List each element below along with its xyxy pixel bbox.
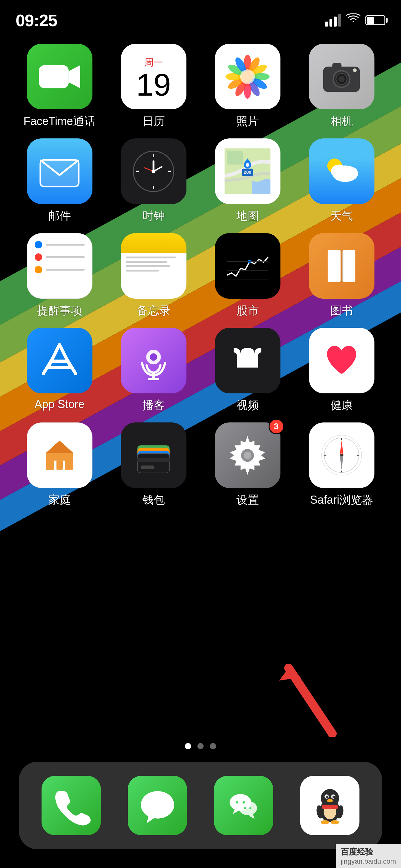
- dock-qq[interactable]: [300, 776, 360, 835]
- stocks-icon: [215, 233, 280, 299]
- photos-icon: [215, 44, 280, 110]
- svg-rect-73: [140, 465, 154, 469]
- app-facetime[interactable]: FaceTime通话: [12, 44, 106, 129]
- svg-marker-8: [69, 65, 80, 88]
- watermark-line2: jingyan.baidu.com: [341, 857, 396, 866]
- app-photos[interactable]: 照片: [201, 44, 295, 129]
- dock-wechat-icon: [214, 776, 273, 835]
- safari-label: Safari浏览器: [310, 492, 373, 508]
- podcasts-label: 播客: [142, 398, 165, 413]
- wallet-icon: [121, 423, 187, 488]
- facetime-label: FaceTime通话: [24, 114, 96, 129]
- app-appstore[interactable]: App Store: [12, 328, 106, 413]
- page-dot-2[interactable]: [197, 743, 204, 749]
- svg-rect-71: [137, 453, 170, 473]
- calendar-day: 19: [136, 69, 171, 100]
- status-bar: 09:25: [0, 0, 401, 31]
- app-settings[interactable]: 3 设置: [201, 423, 295, 508]
- wallet-label: 钱包: [142, 492, 165, 508]
- watermark: 百度经验 jingyan.baidu.com: [336, 844, 401, 868]
- photos-label: 照片: [236, 114, 259, 129]
- svg-rect-55: [328, 250, 340, 282]
- dock-wechat[interactable]: [214, 776, 273, 835]
- maps-icon: 280: [215, 138, 280, 204]
- dock-messages[interactable]: [128, 776, 187, 835]
- facetime-icon: [27, 44, 93, 110]
- app-safari[interactable]: Safari浏览器: [295, 423, 389, 508]
- notes-label: 备忘录: [137, 303, 170, 318]
- calendar-icon: 周一 19: [121, 44, 187, 110]
- svg-point-91: [236, 801, 238, 803]
- app-wallet[interactable]: 钱包: [106, 423, 201, 508]
- svg-rect-72: [137, 458, 170, 462]
- app-clock[interactable]: 时钟: [106, 138, 201, 224]
- mail-icon: [27, 138, 93, 204]
- red-arrow: [270, 649, 338, 737]
- app-health[interactable]: 健康: [295, 328, 389, 413]
- svg-point-49: [344, 166, 358, 178]
- svg-point-86: [340, 454, 343, 457]
- calendar-label: 日历: [142, 114, 165, 129]
- reminders-label: 提醒事项: [37, 303, 82, 318]
- tv-label: 视频: [236, 398, 259, 413]
- svg-rect-27: [332, 63, 341, 68]
- dock-phone[interactable]: [41, 776, 101, 835]
- notes-icon: [121, 233, 187, 299]
- svg-rect-57: [342, 250, 343, 282]
- mail-label: 邮件: [48, 208, 71, 224]
- svg-text:280: 280: [244, 169, 252, 174]
- svg-point-100: [326, 796, 328, 798]
- app-weather[interactable]: 天气: [295, 138, 389, 224]
- app-calendar[interactable]: 周一 19 日历: [106, 44, 201, 129]
- app-podcasts[interactable]: 播客: [106, 328, 201, 413]
- status-time: 09:25: [15, 11, 57, 30]
- settings-badge: 3: [269, 419, 284, 434]
- svg-rect-42: [227, 151, 243, 164]
- safari-icon: [309, 423, 374, 488]
- svg-rect-7: [39, 65, 69, 88]
- app-notes[interactable]: 备忘录: [106, 233, 201, 318]
- svg-point-94: [249, 807, 252, 809]
- dock-messages-icon: [128, 776, 187, 835]
- svg-point-77: [244, 452, 252, 459]
- svg-point-102: [327, 799, 333, 802]
- svg-point-93: [244, 807, 246, 809]
- app-maps[interactable]: 280 地图: [201, 138, 295, 224]
- dock: [19, 762, 382, 849]
- dock-phone-icon: [41, 776, 101, 835]
- svg-point-101: [332, 796, 335, 798]
- app-tv[interactable]: tv 视频: [201, 328, 295, 413]
- weather-label: 天气: [330, 208, 353, 224]
- page-dot-1[interactable]: [185, 743, 191, 749]
- appstore-label: App Store: [34, 398, 84, 411]
- svg-point-105: [331, 820, 339, 824]
- app-camera[interactable]: 相机: [295, 44, 389, 129]
- svg-point-90: [239, 801, 257, 815]
- home-icon: [27, 423, 93, 488]
- svg-rect-103: [321, 805, 338, 809]
- clock-icon: [121, 138, 187, 204]
- wifi-icon: [346, 13, 360, 28]
- signal-bars-icon: [325, 14, 341, 27]
- camera-icon: [309, 44, 374, 110]
- page-dot-3[interactable]: [210, 743, 216, 749]
- svg-rect-67: [56, 461, 63, 470]
- app-grid: FaceTime通话 周一 19 日历: [0, 37, 401, 514]
- app-home[interactable]: 家庭: [12, 423, 106, 508]
- home-label: 家庭: [48, 492, 71, 508]
- dock-qq-icon: [300, 776, 360, 835]
- battery-icon: [365, 15, 386, 25]
- camera-label: 相机: [330, 114, 353, 129]
- tv-icon: tv: [215, 328, 280, 393]
- reminders-icon: [27, 233, 93, 299]
- app-books[interactable]: 图书: [295, 233, 389, 318]
- watermark-line1: 百度经验: [341, 846, 396, 857]
- svg-point-28: [353, 68, 357, 72]
- app-reminders[interactable]: 提醒事项: [12, 233, 106, 318]
- app-stocks[interactable]: 股市: [201, 233, 295, 318]
- clock-label: 时钟: [142, 208, 165, 224]
- app-mail[interactable]: 邮件: [12, 138, 106, 224]
- books-icon: [309, 233, 374, 299]
- svg-point-104: [321, 820, 329, 824]
- appstore-icon: [27, 328, 93, 393]
